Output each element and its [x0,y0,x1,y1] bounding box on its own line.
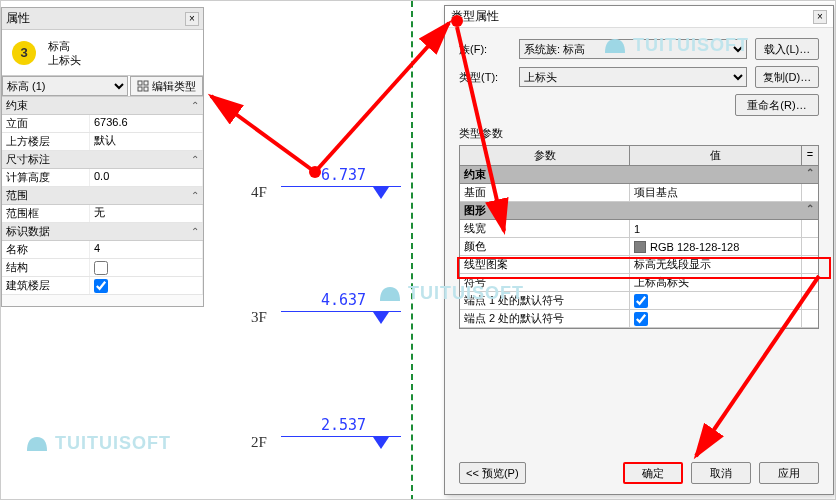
copy-button[interactable]: 复制(D)… [755,66,819,88]
dialog-title-bar[interactable]: 类型属性 × [445,6,833,28]
instance-selector-row: 标高 (1) 编辑类型 [2,76,203,97]
level-marker[interactable]: 6.737 [281,166,401,199]
prop-row: 上方楼层 [2,133,203,151]
instance-selector[interactable]: 标高 (1) [2,76,128,96]
prop-section-header[interactable]: 尺寸标注⌃ [2,151,203,169]
prop-key: 上方楼层 [2,133,90,150]
prop-section-header[interactable]: 标识数据⌃ [2,223,203,241]
level-head-icon [373,312,389,324]
svg-rect-3 [144,87,148,91]
type-params-table: 参数 值 = 约束⌃基面 项目基点图形⌃线宽 1颜色 RGB 128-128-1… [459,145,819,329]
dialog-close-button[interactable]: × [813,10,827,24]
prop-value-input[interactable] [94,116,198,128]
prop-section-header[interactable]: 范围⌃ [2,187,203,205]
param-value[interactable]: 上标高标头 [634,275,689,290]
edit-type-label: 编辑类型 [152,79,196,94]
properties-close-button[interactable]: × [185,12,199,26]
level-head-icon [373,437,389,449]
prop-key: 结构 [2,259,90,276]
level-name-label: 3F [251,309,267,326]
type-select[interactable]: 上标头 [519,67,747,87]
ok-button[interactable]: 确定 [623,462,683,484]
prop-value-input[interactable] [94,170,198,182]
collapse-icon: ⌃ [191,190,199,201]
svg-rect-0 [138,81,142,85]
col-header-eq: = [802,146,818,165]
param-checkbox[interactable] [634,294,648,308]
prop-key: 范围框 [2,205,90,222]
svg-rect-2 [138,87,142,91]
cancel-button[interactable]: 取消 [691,462,751,484]
param-key: 端点 1 处的默认符号 [460,292,630,309]
center-axis-line [411,1,413,500]
level-elev-text: 6.737 [321,166,401,184]
family-label: 族(F): [459,42,519,57]
collapse-icon: ⌃ [806,203,814,218]
type-family-label: 标高 [48,39,81,53]
annotation-dot-origin [309,166,321,178]
param-key: 端点 2 处的默认符号 [460,310,630,327]
level-name-label: 2F [251,434,267,451]
param-value[interactable]: 标高无线段显示 [634,257,711,272]
param-value[interactable]: 项目基点 [634,185,678,200]
param-section-header[interactable]: 约束⌃ [460,166,818,184]
load-button[interactable]: 载入(L)… [755,38,819,60]
level-marker[interactable]: 4.637 [281,291,401,324]
properties-title-bar: 属性 × [2,8,203,30]
properties-panel: 属性 × 3 标高 上标头 标高 (1) 编辑类型 约束⌃立面 上方楼层 尺寸标… [1,7,204,307]
prop-row: 立面 [2,115,203,133]
param-key: 符号 [460,274,630,291]
svg-rect-1 [144,81,148,85]
annotation-dot-dialog [451,15,463,27]
type-preview: 3 标高 上标头 [2,30,203,76]
prop-key: 建筑楼层 [2,277,90,294]
prop-row: 范围框 [2,205,203,223]
properties-grid: 约束⌃立面 上方楼层 尺寸标注⌃计算高度 范围⌃范围框 标识数据⌃名称 结构 建… [2,97,203,295]
prop-value-input[interactable] [94,242,198,254]
param-checkbox[interactable] [634,312,648,326]
param-value[interactable]: RGB 128-128-128 [650,241,739,253]
type-name-label: 上标头 [48,53,81,67]
prop-checkbox[interactable] [94,279,108,293]
prop-key: 名称 [2,241,90,258]
prop-value-input[interactable] [94,207,198,219]
prop-section-header[interactable]: 约束⌃ [2,97,203,115]
param-key: 基面 [460,184,630,201]
param-row: 线型图案 标高无线段显示 [460,256,818,274]
type-properties-dialog: 类型属性 × 族(F): 系统族: 标高 载入(L)… 类型(T): 上标头 复… [444,5,834,495]
level-elev-text: 4.637 [321,291,401,309]
rename-button[interactable]: 重命名(R)… [735,94,819,116]
grid-icon [137,80,149,92]
param-key: 线宽 [460,220,630,237]
prop-key: 计算高度 [2,169,90,186]
preview-button[interactable]: << 预览(P) [459,462,526,484]
prop-row: 计算高度 [2,169,203,187]
color-swatch-icon [634,241,646,253]
collapse-icon: ⌃ [191,100,199,111]
param-row: 线宽 1 [460,220,818,238]
watermark-left: TUITUISOFT [23,431,171,455]
param-section-header[interactable]: 图形⌃ [460,202,818,220]
edit-type-button[interactable]: 编辑类型 [130,76,203,96]
prop-row: 名称 [2,241,203,259]
col-header-param: 参数 [460,146,630,165]
type-params-label: 类型参数 [459,126,819,141]
dialog-footer: << 预览(P) 确定 取消 应用 [445,462,833,484]
collapse-icon: ⌃ [191,154,199,165]
param-row: 颜色 RGB 128-128-128 [460,238,818,256]
col-header-value: 值 [630,146,802,165]
prop-row: 结构 [2,259,203,277]
prop-checkbox[interactable] [94,261,108,275]
param-value[interactable]: 1 [634,223,640,235]
param-row: 基面 项目基点 [460,184,818,202]
apply-button[interactable]: 应用 [759,462,819,484]
family-select[interactable]: 系统族: 标高 [519,39,747,59]
param-key: 颜色 [460,238,630,255]
type-preview-text: 标高 上标头 [48,39,81,67]
level-elev-text: 2.537 [321,416,401,434]
prop-value-input[interactable] [94,135,198,147]
level-marker[interactable]: 2.537 [281,416,401,449]
param-key: 线型图案 [460,256,630,273]
collapse-icon: ⌃ [806,167,814,182]
level-head-icon [373,187,389,199]
